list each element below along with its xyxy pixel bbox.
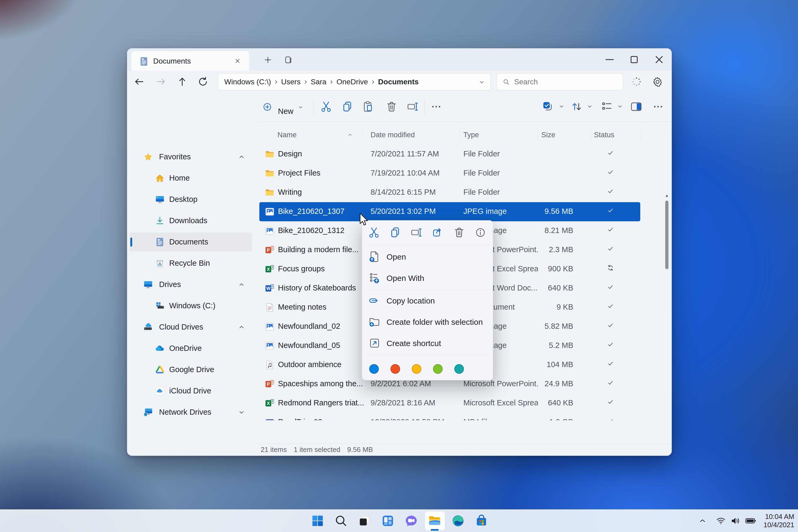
refresh-button[interactable] <box>197 76 209 87</box>
taskbar-edge-button[interactable] <box>446 511 470 531</box>
close-button[interactable] <box>652 52 667 67</box>
chevron-down-icon[interactable] <box>558 103 565 110</box>
scrollbar-thumb[interactable] <box>665 201 668 269</box>
tag-color-dot[interactable] <box>391 364 400 374</box>
chevron-up-icon[interactable] <box>238 153 245 161</box>
taskbar-explorer-button[interactable] <box>423 511 446 531</box>
share-quick-button[interactable] <box>432 226 444 239</box>
sort-button[interactable] <box>571 100 583 113</box>
column-divider[interactable] <box>590 129 591 140</box>
file-row[interactable]: Design7/20/2021 11:57 AMFile Folder <box>259 145 640 164</box>
column-divider[interactable] <box>362 129 362 140</box>
sidebar-item-documents[interactable]: Documents <box>129 232 252 252</box>
cut-button[interactable] <box>320 100 332 113</box>
taskbar-store-button[interactable] <box>470 511 493 531</box>
more-options-button[interactable] <box>430 100 442 113</box>
forward-button[interactable] <box>155 76 167 87</box>
file-row[interactable]: XRedmond Rangers triat...9/28/2021 8:16 … <box>259 394 640 413</box>
file-name[interactable]: Outdoor ambience <box>278 360 366 369</box>
volume-icon[interactable] <box>730 515 741 527</box>
menu-item-create-folder-with-selection[interactable]: Create folder with selection <box>364 311 491 333</box>
maximize-button[interactable] <box>627 52 642 67</box>
copy-quick-button[interactable] <box>389 226 401 239</box>
tag-color-dot[interactable] <box>433 364 443 374</box>
breadcrumb-segment[interactable]: Users <box>281 78 301 86</box>
search-box[interactable] <box>497 73 623 91</box>
clock[interactable]: 10:04 AM 10/4/2021 <box>763 513 794 529</box>
details-pane-button[interactable] <box>630 100 642 113</box>
sidebar-item-windows-c-[interactable]: Windows (C:) <box>129 296 252 316</box>
see-more-button[interactable] <box>652 100 664 113</box>
file-row[interactable]: Bike_210620_13075/20/2021 3:02 PMJPEG im… <box>259 202 640 221</box>
cut-quick-button[interactable] <box>368 226 380 239</box>
sidebar-item-home[interactable]: Home <box>129 169 252 188</box>
tag-color-dot[interactable] <box>454 364 464 374</box>
chevron-down-icon[interactable] <box>617 103 623 110</box>
taskbar-widgets-button[interactable] <box>376 511 400 531</box>
file-name[interactable]: Bike_210620_1312 <box>278 226 366 235</box>
file-name[interactable]: Building a modern file... <box>278 245 366 254</box>
scrollbar[interactable]: ▲ ▼ <box>664 193 670 456</box>
column-divider[interactable] <box>460 129 460 140</box>
file-name[interactable]: Newfoundland_02 <box>278 322 366 331</box>
tray-chevron-up-icon[interactable] <box>698 516 707 526</box>
file-name[interactable]: RoadTrip_02 <box>278 418 366 420</box>
back-button[interactable] <box>134 76 145 87</box>
menu-item-open-with[interactable]: Open With <box>364 268 491 289</box>
tag-color-dot[interactable] <box>369 364 379 374</box>
battery-icon[interactable] <box>745 515 757 527</box>
chevron-up-icon[interactable] <box>238 281 245 288</box>
column-date-modified[interactable]: Date modified <box>370 131 415 139</box>
settings-gear-icon[interactable] <box>652 77 663 87</box>
delete-button[interactable] <box>385 100 398 113</box>
chevron-down-icon[interactable] <box>238 408 245 416</box>
file-name[interactable]: Spaceships among the... <box>278 379 366 388</box>
sidebar-item-onedrive[interactable]: OneDrive <box>129 339 252 358</box>
info-quick-button[interactable] <box>474 226 487 239</box>
column-status[interactable]: Status <box>594 131 614 139</box>
menu-item-open[interactable]: Open <box>364 246 491 268</box>
breadcrumb-segment[interactable]: Windows (C:\) <box>224 78 271 86</box>
column-name[interactable]: Name <box>278 131 297 139</box>
taskbar-chat-button[interactable] <box>400 511 423 531</box>
file-name[interactable]: Writing <box>278 188 366 196</box>
breadcrumb-segment[interactable]: Documents <box>378 78 418 86</box>
tag-color-dot[interactable] <box>412 364 421 374</box>
file-name[interactable]: Meeting notes <box>278 303 366 311</box>
file-name[interactable]: Bike_210620_1307 <box>278 207 366 216</box>
file-name[interactable]: Redmond Rangers triat... <box>278 398 366 407</box>
file-name[interactable]: Project Files <box>278 169 366 177</box>
wifi-icon[interactable] <box>716 515 726 526</box>
tab-close-icon[interactable] <box>233 57 242 65</box>
sidebar-section-cloud-drives[interactable]: Cloud Drives <box>129 318 252 337</box>
column-type[interactable]: Type <box>463 131 479 139</box>
new-button[interactable]: New <box>259 97 309 116</box>
chevron-up-icon[interactable] <box>238 323 245 331</box>
breadcrumb-segment[interactable]: OneDrive <box>337 78 368 86</box>
file-name[interactable]: History of Skateboards <box>278 284 366 292</box>
file-row[interactable]: RoadTrip_0212/28/2020 12:58 PMMP4 file1.… <box>259 413 640 420</box>
new-tab-button[interactable] <box>263 55 272 64</box>
taskbar-taskview-button[interactable] <box>353 511 376 531</box>
search-input[interactable] <box>514 77 610 87</box>
delete-quick-button[interactable] <box>453 226 465 239</box>
sidebar-item-desktop[interactable]: Desktop <box>129 190 252 209</box>
file-name[interactable]: Design <box>278 150 366 158</box>
sidebar-item-downloads[interactable]: Downloads <box>129 211 252 230</box>
column-size[interactable]: Size <box>541 131 555 139</box>
column-divider[interactable] <box>641 129 641 140</box>
file-name[interactable]: Focus groups <box>278 264 366 273</box>
up-button[interactable] <box>177 76 188 87</box>
sidebar-item-google-drive[interactable]: Google Drive <box>129 360 252 379</box>
copy-button[interactable] <box>341 100 354 113</box>
tab-overview-button[interactable] <box>284 55 292 64</box>
sidebar-section-drives[interactable]: Drives <box>129 275 252 294</box>
taskbar-search-button[interactable] <box>329 511 353 531</box>
menu-item-create-shortcut[interactable]: Create shortcut <box>364 333 491 354</box>
file-row[interactable]: Project Files7/19/2021 10:04 AMFile Fold… <box>259 164 640 183</box>
file-row[interactable]: Writing8/14/2021 6:15 PMFile Folder <box>259 183 640 202</box>
select-all-button[interactable] <box>542 100 554 113</box>
breadcrumb-segment[interactable]: Sara <box>311 78 326 86</box>
address-bar[interactable]: Windows (C:\)›Users›Sara›OneDrive›Docume… <box>218 73 491 91</box>
sidebar-section-favorites[interactable]: Favorites <box>129 147 252 167</box>
